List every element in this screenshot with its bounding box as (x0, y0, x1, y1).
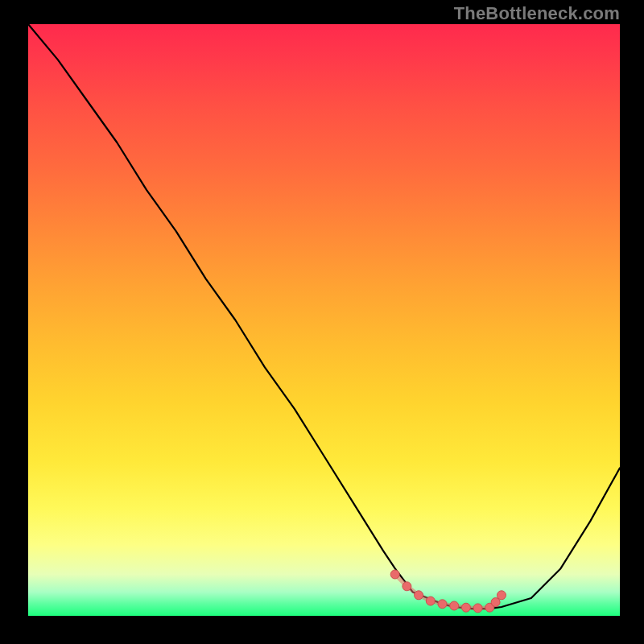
curve-path (28, 24, 620, 609)
plot-area (28, 24, 620, 616)
flat-marker (390, 570, 399, 579)
flat-segment-markers (390, 570, 506, 613)
flat-segment-stroke (395, 575, 502, 609)
flat-marker (450, 601, 459, 610)
bottleneck-curve (28, 24, 620, 616)
chart-frame: TheBottleneck.com (0, 0, 644, 644)
flat-marker (461, 603, 470, 612)
flat-marker (402, 582, 411, 591)
flat-marker (491, 598, 500, 607)
flat-marker (438, 600, 447, 609)
flat-marker (426, 597, 435, 605)
flat-marker (473, 604, 482, 613)
watermark-text: TheBottleneck.com (454, 3, 620, 24)
flat-marker (415, 591, 423, 600)
flat-marker (497, 591, 506, 600)
